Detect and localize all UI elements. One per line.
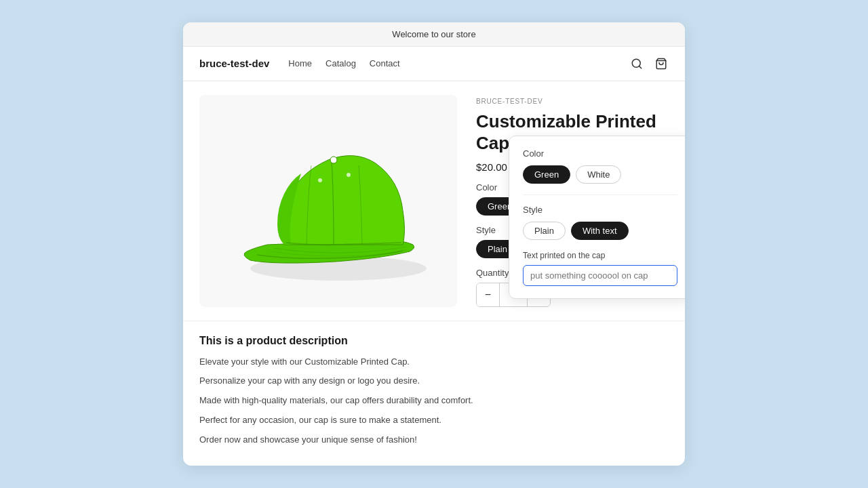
nav-home[interactable]: Home — [288, 58, 312, 68]
header: bruce-test-dev Home Catalog Contact — [183, 47, 685, 81]
popup-text-label: Text printed on the cap — [523, 251, 677, 260]
announcement-text: Welcome to our store — [392, 29, 475, 39]
main-content: BRUCE-TEST-DEV Customizable Printed Cap … — [183, 81, 685, 321]
svg-point-4 — [330, 157, 337, 163]
color-style-popup: Color Green White Style Plain With text … — [509, 136, 685, 299]
popup-color-label: Color — [523, 148, 677, 159]
popup-style-options: Plain With text — [523, 222, 677, 240]
search-button[interactable] — [629, 56, 644, 71]
description-title: This is a product description — [199, 335, 669, 347]
popup-color-options: Green White — [523, 165, 677, 184]
svg-point-5 — [318, 178, 322, 182]
desc-para-1: Personalize your cap with any design or … — [199, 374, 669, 388]
svg-point-6 — [347, 173, 351, 177]
cart-button[interactable] — [654, 56, 669, 71]
brand-logo[interactable]: bruce-test-dev — [199, 58, 269, 69]
search-icon — [631, 58, 643, 70]
desc-para-4: Order now and showcase your unique sense… — [199, 433, 669, 447]
cap-image — [213, 113, 443, 289]
popup-color-white-btn[interactable]: White — [576, 165, 621, 184]
nav-catalog[interactable]: Catalog — [326, 58, 356, 68]
popup-color-green-btn[interactable]: Green — [523, 165, 570, 184]
popup-divider — [523, 195, 677, 195]
product-image-container — [199, 95, 457, 307]
desc-para-2: Made with high-quality materials, our ca… — [199, 394, 669, 408]
desc-para-0: Elevate your style with our Customizable… — [199, 355, 669, 369]
desc-para-3: Perfect for any occasion, our cap is sur… — [199, 413, 669, 428]
svg-line-1 — [639, 66, 641, 68]
main-nav: Home Catalog Contact — [288, 58, 629, 68]
store-window: Welcome to our store bruce-test-dev Home… — [183, 22, 685, 466]
announcement-bar: Welcome to our store — [183, 22, 685, 47]
nav-contact[interactable]: Contact — [370, 58, 400, 68]
popup-style-label: Style — [523, 205, 677, 215]
popup-style-withtext-btn[interactable]: With text — [571, 222, 629, 240]
cart-icon — [655, 58, 667, 70]
quantity-decrease-btn[interactable]: − — [477, 283, 499, 306]
product-description: This is a product description Elevate yo… — [183, 321, 685, 466]
popup-style-plain-btn[interactable]: Plain — [523, 222, 566, 240]
header-icons — [629, 56, 669, 71]
product-brand: BRUCE-TEST-DEV — [476, 98, 669, 105]
popup-cap-text-input[interactable] — [523, 265, 677, 286]
